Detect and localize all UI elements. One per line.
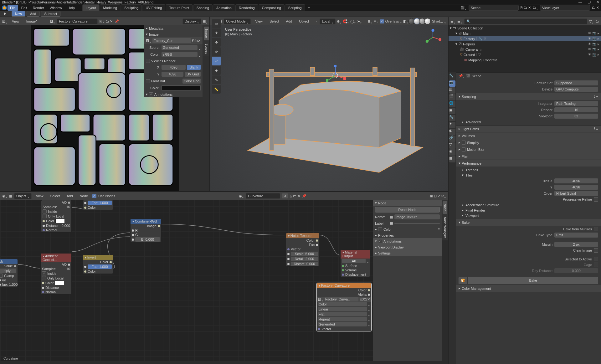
- channel-icon[interactable]: ▦ˬ: [203, 19, 208, 23]
- menu-render[interactable]: Render: [30, 5, 47, 11]
- viewlayer-controls[interactable]: 🗀 ✕: [592, 6, 599, 10]
- tab-scripting[interactable]: Scripting: [285, 4, 305, 11]
- sel2act-check[interactable]: [594, 257, 598, 261]
- tab-layout[interactable]: Layout: [82, 4, 100, 11]
- vp-menu-select[interactable]: Select: [267, 18, 282, 24]
- obj-ground[interactable]: Ground: [464, 53, 475, 57]
- meta-header[interactable]: ▸ Metadata: [144, 25, 203, 31]
- annot-header[interactable]: ▾ Annotations: [144, 91, 203, 97]
- ne-menu-view[interactable]: View: [33, 193, 46, 199]
- add-workspace-icon[interactable]: +: [306, 4, 312, 11]
- tiles-x[interactable]: 4096: [554, 178, 598, 183]
- outliner-mode-icon[interactable]: ☰ˬ: [457, 19, 462, 23]
- viewlayer-selector[interactable]: View Layer: [540, 5, 590, 11]
- feature-set[interactable]: Supported: [554, 80, 598, 85]
- scene-collection[interactable]: Scene Collection: [457, 26, 483, 30]
- ptab-object[interactable]: ▣: [449, 108, 455, 114]
- node-invert[interactable]: ▾ Invert Color Fac: 1.000 Color: [83, 254, 113, 274]
- img-hdr-ctrl[interactable]: ⎘🗀✕: [192, 39, 201, 43]
- tool-move[interactable]: ✥: [212, 38, 221, 47]
- scene-selector[interactable]: Scene: [469, 5, 519, 11]
- ptab-texture[interactable]: ▦: [449, 156, 455, 162]
- node-ao-lower[interactable]: ▾ Ambient Occlusi... AO Samples:16 Insid…: [40, 253, 72, 295]
- bake-margin[interactable]: 2 px: [554, 242, 598, 247]
- play-icon[interactable]: [4, 12, 6, 15]
- node-name-field[interactable]: Image Texture: [394, 214, 440, 219]
- filter-icon[interactable]: ▽ˬ: [589, 19, 593, 23]
- orientation-icon[interactable]: ⟋: [315, 19, 318, 23]
- mode-selector[interactable]: Object Mode ˬ: [224, 18, 251, 24]
- menu-window[interactable]: Window: [47, 5, 64, 11]
- maximize-icon[interactable]: ▢: [588, 0, 591, 4]
- imgtex-browse-icon[interactable]: 🖼ˬ: [318, 297, 323, 301]
- ne-righticons[interactable]: ⊞ ⊟ ⤢ ⟳ˬ: [430, 194, 446, 198]
- material-ctrl[interactable]: ⎘ 🗀 ✕: [290, 194, 300, 198]
- simplify-hdr[interactable]: ▸ Simplify: [456, 139, 601, 146]
- accel-hdr[interactable]: ▸ Acceleration Structure: [459, 202, 598, 208]
- pin-icon[interactable]: 📌: [115, 19, 119, 23]
- light-paths-hdr[interactable]: ▸ Light Paths⋮≡: [456, 125, 601, 132]
- ptab-material[interactable]: ◉: [449, 149, 455, 156]
- ptab-render[interactable]: 🔧: [449, 74, 455, 80]
- node-color-hdr[interactable]: ▸ Color⋮≡: [373, 226, 442, 232]
- editor-type-icon[interactable]: 🖼ˬ: [2, 19, 8, 23]
- bake-button[interactable]: Bake: [468, 277, 598, 284]
- node-label-field[interactable]: [394, 223, 440, 224]
- image-name-field[interactable]: Factory_Curvature: [57, 18, 98, 24]
- ptab-world[interactable]: 🌐: [449, 101, 455, 107]
- tiles-y[interactable]: 4096: [554, 185, 598, 190]
- floatbuf-check[interactable]: [146, 79, 150, 83]
- scene-breadcrumb[interactable]: Scene: [472, 74, 481, 78]
- threads-hdr[interactable]: ▸ Threads: [459, 167, 598, 172]
- ne-menu-add[interactable]: Add: [64, 193, 75, 199]
- image-header[interactable]: ▾ Image: [144, 31, 203, 37]
- overlays-label[interactable]: Overlays: [385, 19, 399, 23]
- obj-factory[interactable]: Factory: [464, 37, 475, 41]
- prop-edit-icon[interactable]: ◯ˬ: [350, 19, 356, 23]
- node-multiply[interactable]: ply Value tiply Clamp ue lue:1.000: [0, 259, 18, 287]
- node-fac-color[interactable]: Fac: 1.000 Color: [83, 200, 113, 210]
- ptab-particle[interactable]: ✦: [449, 122, 455, 128]
- tab-uvediting[interactable]: UV Editing: [142, 4, 165, 11]
- viewport-canvas[interactable]: User Perspective (0) Main | Factory: [210, 25, 448, 191]
- ray-distance[interactable]: 0.000: [554, 268, 598, 273]
- source-value[interactable]: Generated: [162, 45, 198, 50]
- blender-icon[interactable]: [2, 5, 7, 10]
- tool-cursor[interactable]: ✛: [212, 28, 221, 37]
- tool-annotate[interactable]: ✎: [212, 75, 221, 84]
- add-button[interactable]: Add: [27, 11, 40, 17]
- final-render-hdr[interactable]: ▸ Final Render: [459, 208, 598, 213]
- node-image-texture[interactable]: ▾ Factory_Curvature Color Alpha 🖼ˬFactor…: [316, 283, 372, 331]
- settings-hdr[interactable]: ▸ Settings: [373, 250, 442, 256]
- node-noise[interactable]: ▾ Noise Texture Color Fac Vector Scale: …: [286, 233, 320, 267]
- tile-order[interactable]: Hilbert Spiral: [554, 191, 598, 196]
- close-icon[interactable]: ✕: [596, 0, 599, 4]
- new-collection-icon[interactable]: 🗀: [595, 19, 599, 23]
- obj-camera[interactable]: Camera: [465, 48, 478, 51]
- film-hdr[interactable]: ▸ Film: [456, 153, 601, 160]
- shader-type-icon[interactable]: ▦: [9, 194, 12, 198]
- uvgrid-button[interactable]: UV Grid: [185, 72, 201, 77]
- size-y[interactable]: 4096: [162, 72, 183, 77]
- volumes-hdr[interactable]: ▸ Volumes: [456, 132, 601, 139]
- tab-sculpting[interactable]: Sculpting: [121, 4, 142, 11]
- vp-menu-add[interactable]: Add: [284, 18, 295, 24]
- scene-controls[interactable]: ⎘ 🗀 ✕: [521, 6, 531, 10]
- side-tab-scopes[interactable]: Scopes: [204, 41, 209, 56]
- tab-shading[interactable]: Shading: [193, 4, 213, 11]
- shader-editor-icon[interactable]: ◉ˬ: [2, 194, 7, 198]
- node-canvas[interactable]: ply Value tiply Clamp ue lue:1.000 AO Sa…: [0, 200, 373, 361]
- viewport-hdr[interactable]: ▸ Viewport: [459, 213, 598, 218]
- clear-image-check[interactable]: [594, 248, 598, 253]
- colmgmt-hdr[interactable]: ▸ Color Management: [456, 285, 601, 292]
- image-controls[interactable]: ⎘ 3 🗀 ✕: [100, 19, 113, 23]
- overlays-check[interactable]: [380, 19, 384, 23]
- side-tab-image[interactable]: Image: [204, 27, 209, 40]
- outliner-type-icon[interactable]: ☷ˬ: [450, 19, 455, 23]
- prog-refine-check[interactable]: [594, 197, 598, 202]
- pivot-icon[interactable]: ⊕ˬ: [337, 19, 342, 23]
- shading-label[interactable]: Shad...: [432, 19, 443, 23]
- node-material-output[interactable]: ▾ Material Output Allˬ Surface Volume Di…: [340, 249, 370, 277]
- colorgrid-button[interactable]: Color Grid: [182, 79, 201, 84]
- cage-check[interactable]: [594, 263, 598, 267]
